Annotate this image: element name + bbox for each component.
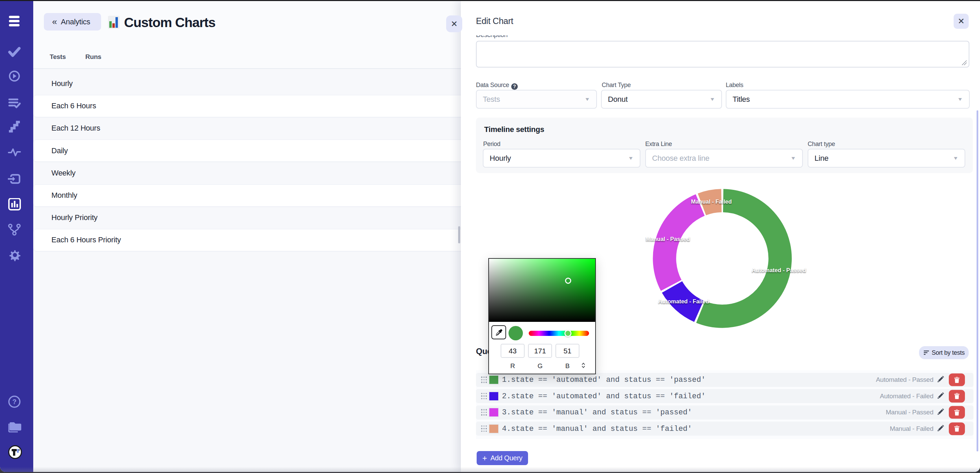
svg-text:?: ? — [12, 398, 16, 406]
